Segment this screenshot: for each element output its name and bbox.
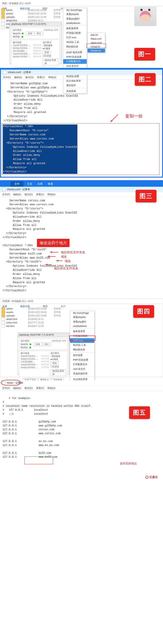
- tab-home[interactable]: 主页: [24, 181, 35, 187]
- mysql-mgr-button[interactable]: MySQL管理器: [43, 58, 58, 65]
- figure-badge: 图二: [135, 73, 156, 86]
- stop-button[interactable]: 停止: [35, 32, 43, 36]
- tip-line: 正在启动进程......10:47:24: [21, 360, 49, 363]
- menu-item[interactable]: 查看php探针: [70, 320, 94, 324]
- file-name: admin: [6, 307, 28, 310]
- menu-item[interactable]: 软件设置: [70, 353, 94, 358]
- mysql-mgr-button[interactable]: MySQL管理器: [50, 369, 66, 376]
- tip-line: MySQL已经启动......08:51:16: [13, 47, 41, 50]
- breadcrumb[interactable]: 网盘 › 本地磁盘 (D:) › bx25: [0, 1, 163, 6]
- status-dot-icon: [29, 347, 31, 348]
- annotation-domain2: 域名: [65, 259, 71, 263]
- tab-share[interactable]: 共享: [35, 181, 45, 187]
- menu-item[interactable]: 打开 host: [63, 35, 87, 40]
- highlight-circle: [1, 380, 21, 386]
- menu-item[interactable]: 服务器管理: [63, 26, 87, 31]
- selected-config[interactable]: <VirtualHost *:80> DocumentRoot "D:\cors…: [3, 124, 77, 174]
- mode-nonsvc[interactable]: ●非服务: [50, 358, 66, 361]
- apply-button[interactable]: 应用: [50, 361, 59, 365]
- menu-item[interactable]: cmd 命令行: [63, 64, 87, 68]
- folder-icon: [1, 12, 5, 15]
- file-row[interactable]: uploads2018/11/22 10:46文件夹: [1, 15, 66, 19]
- hosts-prefix: # For example: #: [2, 397, 31, 404]
- file-date: 2018/11/22 10:45: [28, 311, 54, 314]
- menu-item[interactable]: cmd 命令行: [70, 367, 94, 371]
- menu-item[interactable]: 服务器管理: [70, 329, 94, 334]
- file-row[interactable]: uploads2018/11/22 10:46文件夹: [1, 314, 67, 317]
- menu-item[interactable]: My HomePage: [70, 311, 94, 315]
- menu-item[interactable]: PHP/页面设置: [63, 55, 87, 59]
- file-row[interactable]: assets2018/11/22 10:45文件夹: [1, 310, 67, 314]
- notepad-menu[interactable]: 文件(F) 编辑(E) 格式(O) 查看(V) 帮助(H): [0, 386, 163, 391]
- mode-label: 运行模式: [43, 41, 58, 44]
- file-date: 2018/4/7 12:53: [28, 325, 54, 327]
- apply-button[interactable]: 应用: [43, 50, 51, 54]
- start-button[interactable]: 启动: [34, 342, 42, 346]
- stop-button[interactable]: 停止: [43, 342, 51, 346]
- autostart-check[interactable]: ☐自启动: [50, 365, 66, 368]
- config-block-a[interactable]: ServerName coross.com ServerAlias www.co…: [2, 199, 161, 240]
- tab-file[interactable]: 文件: [10, 181, 23, 187]
- notepad-icon: [3, 71, 6, 74]
- phpstudy-title: phpStudy 2018 PHP-7.2.10-NTS: [18, 333, 69, 337]
- file-name: index.html: [6, 321, 28, 324]
- menu-item[interactable]: phpMyAdmin: [70, 324, 94, 328]
- file-row[interactable]: detail.html2018/6/8 18:11: [1, 317, 67, 321]
- tab-label: phpStudy 启停: [52, 339, 66, 342]
- menu-item[interactable]: phpMyAdmin: [63, 21, 87, 25]
- menu-item[interactable]: 查看phpinfo: [63, 12, 87, 16]
- menu-item[interactable]: My HomePage: [63, 8, 87, 12]
- file-row[interactable]: admin2018/11/22 10:46文件夹: [1, 307, 67, 310]
- menu-item[interactable]: MySQL工具: [70, 343, 94, 347]
- menu-item[interactable]: 打开配置文件: [70, 362, 94, 367]
- annotation-copy: 复制一份: [125, 113, 143, 119]
- tab-label: phpStudy 启停: [44, 28, 58, 32]
- start-button[interactable]: 启动: [26, 32, 34, 36]
- apache-label: Apache:: [21, 343, 29, 346]
- menu-item[interactable]: PHP/页面设置: [70, 358, 94, 362]
- file-name: assets: [6, 311, 28, 314]
- menu-item[interactable]: vhosts-ini: [88, 48, 105, 52]
- menu-item[interactable]: 网站根目录: [70, 347, 94, 352]
- breadcrumb[interactable]: 此电脑 › 本地磁盘 (D:) › bx25: [0, 298, 163, 304]
- file-row[interactable]: list.html2018/4/7 12:53: [1, 324, 67, 328]
- menu-item[interactable]: MySQL工具: [63, 40, 87, 44]
- mode-label: 运行模式: [50, 352, 66, 355]
- mysql-label: MySQL:: [13, 36, 21, 38]
- file-name: detail.html: [6, 318, 28, 320]
- brand-text: 亿速云: [149, 475, 158, 478]
- menu-item[interactable]: 打开配置文件: [63, 59, 87, 64]
- file-date: 2018/6/8 18:11: [28, 318, 54, 320]
- menu-item[interactable]: php-ini: [88, 33, 105, 37]
- tip-line: Apache已经启动......08:51:15: [13, 44, 41, 47]
- menu-item[interactable]: httpd-conf: [88, 37, 105, 41]
- file-icon: [1, 321, 5, 324]
- file-row[interactable]: assets2018/11/22 10:45文件夹: [1, 12, 66, 15]
- file-name: list.html: [6, 325, 28, 327]
- menu-item[interactable]: 查看phpinfo: [70, 315, 94, 320]
- autostart-check[interactable]: ☐自启动: [43, 54, 58, 58]
- figure-badge: 图四: [133, 305, 154, 318]
- menu-item[interactable]: 环境端口检测: [63, 31, 87, 35]
- menu-item[interactable]: php扩展及设置: [63, 50, 87, 55]
- annotation-proj2: 项目所在文件夹名: [54, 266, 78, 270]
- context-menu[interactable]: My HomePage查看phpinfo查看php探针phpMyAdmin服务器…: [70, 311, 95, 386]
- menu-item[interactable]: 查看php探针: [63, 16, 87, 21]
- file-row[interactable]: index.html2017/7/7 10:02: [1, 321, 67, 324]
- mode-sys[interactable]: ○系统服务: [43, 44, 58, 47]
- status-label: 运行状态: [21, 340, 29, 342]
- annotation-domain1: 域名: [61, 254, 67, 259]
- hosts-body[interactable]: # localhost name resolution is handled w…: [2, 404, 92, 458]
- file-date: 2018/6/8 18:11: [28, 19, 53, 22]
- mode-nonsvc[interactable]: ●非服务: [43, 47, 58, 50]
- mode-sys[interactable]: ○系统服务: [50, 355, 66, 358]
- tab-view[interactable]: 查看: [45, 181, 56, 187]
- status-dot-icon: [21, 36, 23, 38]
- menu-separator: [63, 26, 87, 26]
- apache-label: Apache:: [13, 32, 21, 34]
- tip-line: Apache已经启动......10:47:24: [21, 355, 49, 358]
- context-submenu[interactable]: php-inihttpd-confnginx-confmysql-inivhos…: [87, 33, 105, 53]
- menu-item[interactable]: 网站根目录: [63, 44, 87, 49]
- file-row[interactable]: admin2018/11/22 10:46文件夹: [1, 8, 66, 12]
- menu-item[interactable]: 其他高级应用: [70, 371, 94, 376]
